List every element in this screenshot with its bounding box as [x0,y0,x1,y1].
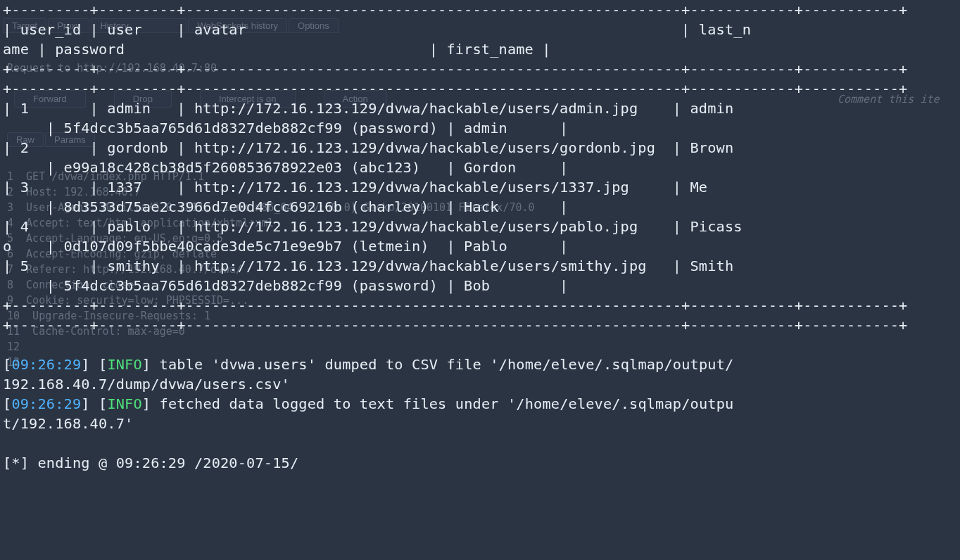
terminal-output: +---------+---------+-------------------… [0,0,960,473]
